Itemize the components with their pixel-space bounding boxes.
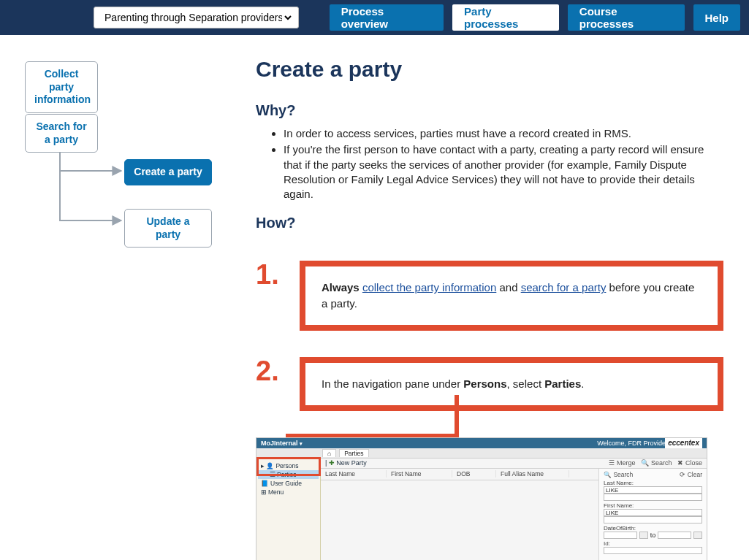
step-number: 2. xyxy=(256,357,288,385)
screenshot-with-callout: MoJInternal ▾ Welcome, FDR Provider | Lo… xyxy=(256,437,723,561)
top-navigation: Parenting through Separation providers P… xyxy=(0,0,749,35)
step-box: In the navigation pane under Persons, se… xyxy=(300,357,723,411)
shot-search-panel: 🔍 Search ⟳ Clear Last Name: LIKE First N… xyxy=(598,469,707,561)
step-text: In the navigation pane under xyxy=(322,377,463,390)
flow-node-search[interactable]: Search for a party xyxy=(25,114,98,153)
step-text: , select xyxy=(507,377,545,390)
nav-process-overview[interactable]: Process overview xyxy=(330,4,444,31)
step-text-strong: Always xyxy=(322,281,362,294)
date-picker-icon xyxy=(693,532,702,539)
provider-select[interactable]: Parenting through Separation providers xyxy=(102,11,294,24)
op-select: LIKE xyxy=(604,509,702,516)
why-item: In order to access services, parties mus… xyxy=(284,126,723,141)
step-2: 2. In the navigation pane under Persons,… xyxy=(256,357,723,411)
label-first-name: First Name: xyxy=(604,502,702,509)
nav-persons: ▸ 👤 Persons xyxy=(258,461,319,470)
shot-tabs: ⌂ Parties xyxy=(256,448,707,459)
close-icon: ✖ Close xyxy=(677,459,702,467)
why-heading: Why? xyxy=(256,102,723,119)
id-input xyxy=(604,547,702,554)
shot-toolbar: | ✚ New Party ☰ Merge 🔍 Search ✖ Close xyxy=(321,459,707,469)
op-select: LIKE xyxy=(604,486,702,494)
shot-welcome: Welcome, FDR Provider xyxy=(597,440,668,447)
dob-to-input xyxy=(658,532,691,539)
how-heading: How? xyxy=(256,215,723,231)
last-name-input xyxy=(604,494,702,501)
flow-node-update[interactable]: Update a party xyxy=(124,209,212,248)
step-text: and xyxy=(496,281,520,294)
flow-node-create[interactable]: Create a party xyxy=(124,159,212,185)
step-box: Always collect the party information and… xyxy=(300,261,723,331)
step-text: . xyxy=(581,377,584,390)
page-title: Create a party xyxy=(256,57,723,82)
link-collect-info[interactable]: collect the party information xyxy=(362,281,496,294)
shot-app-name: MoJInternal xyxy=(261,440,298,447)
nav-course-processes[interactable]: Course processes xyxy=(568,4,685,31)
flow-node-collect[interactable]: Collect party information xyxy=(25,61,98,113)
shot-nav-pane: ▸ 👤 Persons ☰ Parties 📘 User Guide ⊞ Men… xyxy=(256,459,321,561)
to-label: to xyxy=(650,532,656,539)
nav-parties: ☰ Parties xyxy=(258,470,319,479)
tab-home-icon: ⌂ xyxy=(322,449,336,457)
first-name-input xyxy=(604,516,702,523)
shot-brand: eccentex xyxy=(665,438,702,448)
provider-select-wrap[interactable]: Parenting through Separation providers xyxy=(94,7,299,28)
step-number: 1. xyxy=(256,261,288,288)
label-dob: DateOfBirth: xyxy=(604,525,702,532)
step-text-strong: Persons xyxy=(463,377,506,390)
label-id: Id: xyxy=(604,540,702,547)
date-picker-icon xyxy=(639,532,648,539)
label-last-name: Last Name: xyxy=(604,480,702,486)
step-text-strong: Parties xyxy=(544,377,581,390)
nav-party-processes[interactable]: Party processes xyxy=(452,4,559,31)
shot-main: | ✚ New Party ☰ Merge 🔍 Search ✖ Close L… xyxy=(321,459,707,561)
link-search-party[interactable]: search for a party xyxy=(521,281,607,294)
shot-titlebar: MoJInternal ▾ Welcome, FDR Provider | Lo… xyxy=(256,438,707,448)
shot-tab: Parties xyxy=(339,449,368,457)
step-1: 1. Always collect the party information … xyxy=(256,261,723,331)
why-list: In order to access services, parties mus… xyxy=(256,126,723,202)
app-screenshot: MoJInternal ▾ Welcome, FDR Provider | Lo… xyxy=(256,437,707,561)
side-flowchart: Collect party information Search for a p… xyxy=(15,57,234,276)
nav-help[interactable]: Help xyxy=(693,4,741,31)
dob-from-input xyxy=(604,532,637,539)
main-content: Create a party Why? In order to access s… xyxy=(256,57,723,560)
nav-user-guide: 📘 User Guide xyxy=(258,479,319,488)
nav-menu: ⊞ Menu xyxy=(258,488,319,496)
why-item: If you're the first person to have conta… xyxy=(284,142,723,202)
